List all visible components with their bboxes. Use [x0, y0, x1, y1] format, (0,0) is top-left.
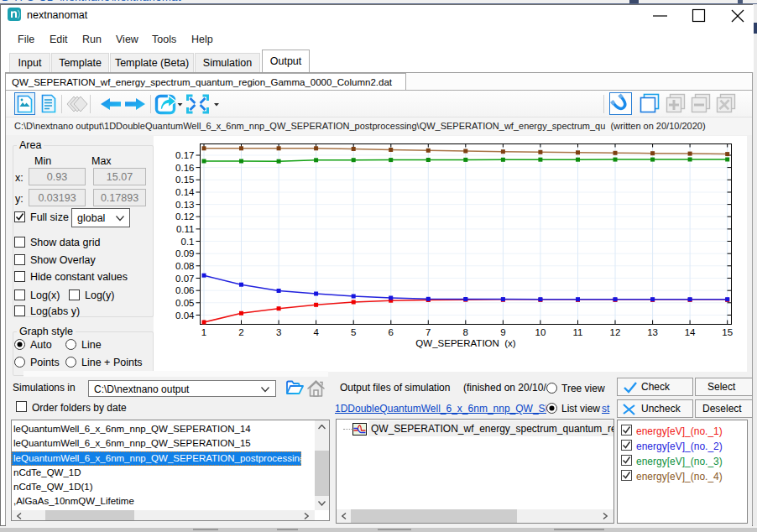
svg-text:0.15: 0.15 [175, 175, 194, 185]
svg-text:0.11: 0.11 [176, 224, 195, 234]
svg-text:12: 12 [610, 327, 621, 337]
svg-text:0.09: 0.09 [175, 248, 194, 258]
svg-text:13: 13 [647, 327, 658, 337]
svg-text:5: 5 [351, 327, 356, 337]
svg-text:1: 1 [201, 327, 206, 337]
svg-text:0.08: 0.08 [175, 261, 194, 271]
svg-text:0.06: 0.06 [175, 285, 194, 295]
svg-text:4: 4 [313, 327, 319, 337]
svg-text:0.07: 0.07 [175, 274, 194, 284]
svg-text:8: 8 [463, 327, 468, 337]
svg-text:0.16: 0.16 [175, 163, 194, 173]
svg-text:0.14: 0.14 [175, 187, 195, 197]
svg-text:9: 9 [500, 327, 505, 337]
svg-text:QW_SEPERATION (x): QW_SEPERATION (x) [415, 338, 515, 348]
svg-text:14: 14 [685, 327, 696, 337]
svg-text:0.13: 0.13 [175, 200, 194, 210]
svg-text:0.05: 0.05 [175, 298, 194, 308]
svg-text:11: 11 [573, 327, 583, 337]
svg-text:0.12: 0.12 [175, 211, 194, 222]
svg-text:0.1: 0.1 [181, 237, 195, 247]
svg-text:10: 10 [535, 327, 546, 337]
svg-text:0.17: 0.17 [175, 150, 194, 160]
svg-text:7: 7 [425, 327, 431, 337]
svg-text:3: 3 [276, 327, 281, 337]
svg-text:0.04: 0.04 [175, 310, 195, 321]
svg-text:6: 6 [389, 327, 394, 337]
svg-text:15: 15 [722, 327, 733, 337]
svg-text:2: 2 [238, 327, 243, 337]
